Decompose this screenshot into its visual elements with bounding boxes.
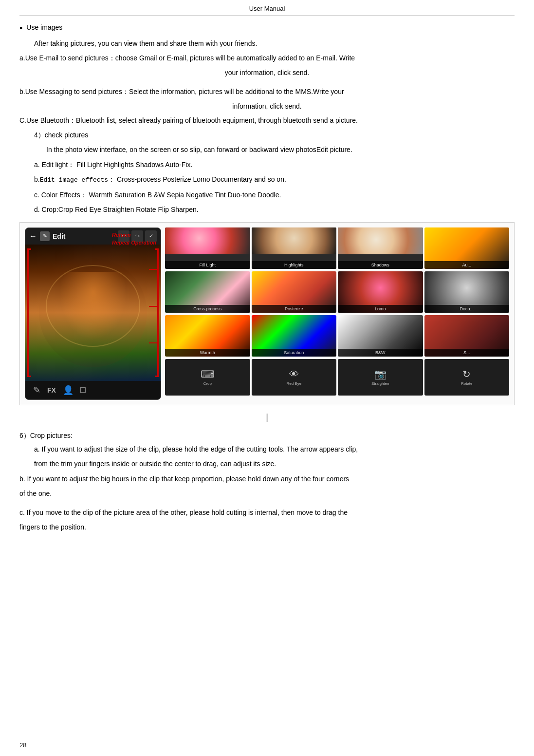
effects-row-1: Fill Light Highlights Shadows Au...: [165, 227, 509, 269]
edit-effects-code: Edit image effects: [40, 176, 108, 184]
highlights-thumb: [252, 227, 337, 254]
saturation-label: Saturation: [252, 349, 337, 357]
red-line-row3: [149, 342, 159, 343]
crop-icon: ⌨: [201, 368, 215, 380]
edit-icon-box: ✎: [40, 231, 50, 241]
bullet-dot: •: [19, 23, 22, 34]
crop-bottom-icon[interactable]: □: [80, 385, 86, 395]
bluetooth-line: C.Use Bluetooth：Bluetooth list, select a…: [19, 115, 515, 126]
effects-row-3: Warmth Saturation B&W S...: [165, 315, 509, 357]
highlights-label: Highlights: [252, 261, 337, 269]
fill-light-label: Fill Light: [165, 261, 250, 269]
shadows-label: Shadows: [338, 261, 423, 269]
crop-d-text: of the one.: [19, 488, 515, 499]
crop-icon-label: Crop: [203, 381, 212, 386]
bw-cell[interactable]: B&W: [338, 315, 423, 357]
warmth-label: Warmth: [165, 349, 250, 357]
phone-bottom-toolbar: ✎ FX 👤 □: [25, 381, 161, 399]
phone-mockup: ← ✎ Edit ↩ ↪ ✓ Reform Repeal Operation: [25, 227, 161, 400]
shadows-cell[interactable]: Shadows: [338, 227, 423, 269]
page-body: • Use images After taking pictures, you …: [19, 23, 515, 532]
bw-label: B&W: [338, 349, 423, 357]
repeal-label: Repeal Operation: [112, 240, 156, 246]
photo-view-line: In the photo view interface, on the scre…: [46, 144, 515, 155]
edit-light-line: a. Edit light： Fill Light Highlights Sha…: [34, 159, 515, 170]
messaging-line1: b.Use Messaging to send pictures：Select …: [19, 86, 515, 97]
posterize-cell[interactable]: Posterize: [252, 271, 337, 313]
crop-cell[interactable]: ⌨ Crop: [165, 359, 250, 396]
check-pictures: 4）check pictures: [34, 130, 515, 140]
fill-light-cell[interactable]: Fill Light: [165, 227, 250, 269]
use-images-bullet: • Use images: [19, 23, 515, 34]
phone-edit-title-label: Edit: [53, 232, 65, 240]
edit-effects-line: b.Edit image effects： Cross-process Post…: [34, 174, 515, 186]
crop-row: ⌨ Crop 👁 Red Eye 📷 Straighten ↻ Rotate: [165, 359, 509, 396]
rotate-icon-label: Rotate: [461, 381, 473, 386]
autofix-cell[interactable]: Au...: [424, 227, 510, 269]
redeye-icon-label: Red Eye: [286, 381, 301, 386]
posterize-label: Posterize: [252, 305, 337, 313]
saturation-cell[interactable]: Saturation: [252, 315, 337, 357]
face-icon[interactable]: 👤: [63, 385, 74, 396]
s-label: S...: [424, 349, 510, 357]
straighten-icon: 📷: [374, 368, 387, 380]
red-bracket-left: [27, 248, 31, 377]
color-effects-line: c. Color Effects： Warmth Saturation B &W…: [34, 189, 515, 200]
fill-light-thumb: [165, 227, 250, 254]
cursor-bar-line: |: [19, 412, 515, 422]
s-cell[interactable]: S...: [424, 315, 510, 357]
edit-light-label: a. Edit light：: [34, 161, 74, 169]
image-composite-section: ← ✎ Edit ↩ ↪ ✓ Reform Repeal Operation: [19, 222, 515, 405]
red-line-row1: [149, 269, 159, 270]
lomo-cell[interactable]: Lomo: [338, 271, 423, 313]
edit-light-items: Fill Light Highlights Shadows Auto-Fix.: [76, 161, 192, 169]
cursor-symbol: |: [266, 412, 268, 422]
messaging-line2: information, click send.: [19, 101, 515, 112]
lomo-label: Lomo: [338, 305, 423, 313]
crop-label: d. Crop:Crop Red Eye Straighten Rotate F…: [34, 206, 199, 213]
crop-a-text: a. If you want to adjust the size of the…: [34, 444, 515, 454]
documentary-cell[interactable]: Docu...: [424, 271, 510, 313]
pencil-icon[interactable]: ✎: [33, 385, 40, 396]
use-images-label: Use images: [26, 23, 62, 31]
color-effects-label: c. Color Effects：: [34, 191, 87, 199]
rotate-icon: ↻: [462, 368, 471, 380]
highlights-cell[interactable]: Highlights: [252, 227, 337, 269]
shadows-thumb: [338, 227, 423, 254]
edit-effects-b: b.: [34, 175, 40, 183]
reform-label: Reform: [112, 232, 131, 238]
autofix-label: Au...: [424, 261, 510, 269]
red-line-row2: [149, 306, 159, 307]
crop-b-text: from the trim your fingers inside or out…: [34, 458, 515, 469]
documentary-label: Docu...: [424, 305, 510, 313]
edit-effects-colon: ：: [108, 175, 115, 183]
crop-section-title: 6）Crop pictures:: [19, 430, 515, 441]
redeye-icon: 👁: [289, 369, 299, 380]
straighten-cell[interactable]: 📷 Straighten: [338, 359, 423, 396]
crossprocess-cell[interactable]: Cross-process: [165, 271, 250, 313]
page-number-label: 28: [19, 741, 26, 749]
page-header: User Manual: [19, 5, 515, 16]
red-bracket-right: [155, 248, 159, 377]
after-taking-text: After taking pictures, you can view them…: [34, 38, 515, 49]
straighten-icon-label: Straighten: [371, 381, 389, 386]
fx-label[interactable]: FX: [47, 386, 56, 394]
email-line1: a.Use E-mail to send pictures：choose Gma…: [19, 53, 515, 63]
crop-line: d. Crop:Crop Red Eye Straighten Rotate F…: [34, 204, 515, 215]
crop-e-text: c. If you move to the clip of the pictur…: [19, 507, 515, 518]
right-panels-grid: Fill Light Highlights Shadows Au... Cros…: [165, 227, 509, 396]
edit-effects-items: Cross-process Posterize Lomo Documentary…: [117, 175, 286, 183]
phone-carousel-image: [25, 245, 161, 381]
warmth-cell[interactable]: Warmth: [165, 315, 250, 357]
header-title: User Manual: [249, 5, 285, 12]
reform-annotation: Reform Repeal Operation: [112, 230, 156, 246]
crossprocess-label: Cross-process: [165, 305, 250, 313]
crop-f-text: fingers to the position.: [19, 522, 515, 532]
back-arrow-icon: ←: [29, 232, 37, 241]
color-effects-items: Warmth Saturation B &W Sepia Negative Ti…: [89, 191, 281, 199]
email-line2: your information, click send.: [19, 67, 515, 78]
redeye-cell[interactable]: 👁 Red Eye: [252, 359, 337, 396]
rotate-cell[interactable]: ↻ Rotate: [424, 359, 510, 396]
crop-c-text: b. If you want to adjust the big hours i…: [19, 473, 515, 484]
effects-row-2: Cross-process Posterize Lomo Docu...: [165, 271, 509, 313]
